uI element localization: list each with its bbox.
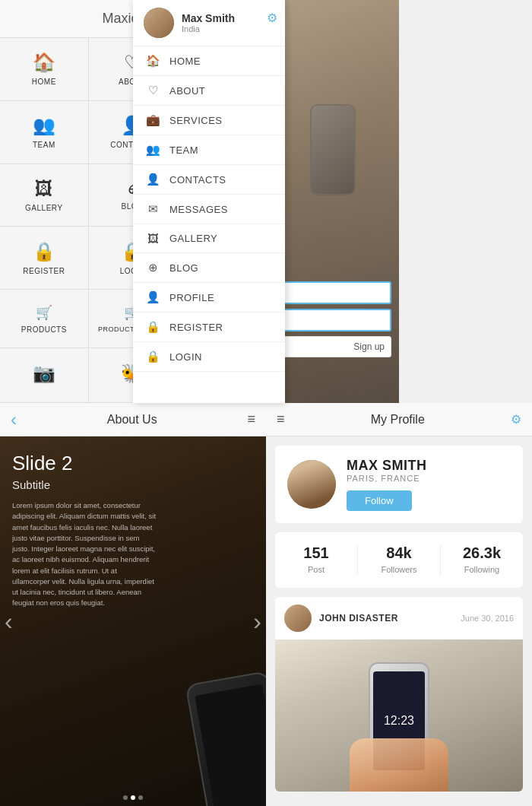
dropdown-team-label: TEAM: [169, 144, 198, 156]
about-panel: ‹ About Us ≡ Slide 2 Subtitle Lorem ipsu…: [0, 403, 266, 806]
stat-followers-value: 84k: [358, 544, 440, 562]
right-image-panel: Sign up: [266, 0, 399, 403]
grid-item-cam[interactable]: 📷: [0, 348, 89, 403]
top-section: Maxiosian 👤 🏠 HOME ♡ ABOUT 💼 SERVICES 👥 …: [0, 0, 532, 403]
dropdown-item-about[interactable]: ♡ ABOUT: [133, 76, 285, 106]
post-card: JOHN DISASTER June 30, 2016 12:23: [275, 597, 523, 792]
grid-item-home[interactable]: 🏠 HOME: [0, 38, 89, 101]
dropdown-register-icon: 🔒: [145, 320, 160, 334]
dropdown-item-home[interactable]: 🏠 HOME: [133, 46, 285, 76]
form-input-1[interactable]: [274, 281, 391, 304]
stat-following-label: Following: [464, 565, 499, 574]
dropdown-services-label: SERVICES: [169, 115, 223, 126]
dropdown-item-services[interactable]: 💼 SERVICES: [133, 106, 285, 135]
home-icon: 🏠: [33, 52, 55, 73]
back-button[interactable]: ‹: [11, 409, 17, 430]
dropdown-blog-label: BLOG: [169, 262, 198, 274]
dot-1: [123, 795, 128, 800]
slide-content: Slide 2 Subtitle Lorem ipsum dolor sit a…: [12, 452, 254, 609]
dropdown-home-label: HOME: [169, 56, 201, 67]
stat-followers-label: Followers: [381, 565, 416, 574]
dropdown-location: India: [182, 24, 235, 33]
gallery-label: GALLERY: [25, 204, 62, 212]
dropdown-about-label: ABOUT: [169, 85, 205, 97]
follow-button[interactable]: Follow: [347, 490, 412, 511]
post-header: JOHN DISASTER June 30, 2016: [275, 597, 523, 639]
products-label: PRODUCTS: [21, 325, 67, 334]
form-input-2[interactable]: [274, 309, 391, 332]
profile-location: PARIS, FRANCE: [347, 474, 511, 483]
stat-followers: 84k Followers: [358, 544, 441, 576]
slide-prev-button[interactable]: ‹: [5, 608, 13, 636]
profile-menu-icon[interactable]: ≡: [277, 411, 285, 427]
dropdown-item-team[interactable]: 👥 TEAM: [133, 135, 285, 165]
dropdown-blog-icon: ⊕: [145, 261, 160, 274]
profile-name: MAX SMITH: [347, 458, 511, 474]
dropdown-username: Max Smith: [182, 12, 235, 24]
cam-icon: 📷: [33, 363, 55, 384]
dropdown-about-icon: ♡: [145, 84, 160, 97]
team-label: TEAM: [33, 141, 55, 149]
dropdown-contacts-icon: 👤: [145, 173, 160, 186]
post-avatar: [284, 604, 312, 632]
grid-item-gallery[interactable]: 🖼 GALLERY: [0, 164, 89, 227]
grid-item-team[interactable]: 👥 TEAM: [0, 101, 89, 164]
dot-2[interactable]: [131, 795, 135, 800]
dropdown-gallery-icon: 🖼: [145, 232, 160, 245]
register-label: REGISTER: [23, 267, 65, 275]
dropdown-item-profile[interactable]: 👤 PROFILE: [133, 283, 285, 313]
dropdown-services-icon: 💼: [145, 113, 160, 127]
profile-header: ≡ My Profile ⚙: [266, 403, 532, 436]
profile-settings-icon[interactable]: ⚙: [511, 412, 521, 427]
profile-stats: 151 Post 84k Followers 26.3k Following: [275, 532, 523, 588]
profile-title: My Profile: [371, 413, 425, 427]
products-icon: 🛒: [36, 304, 52, 321]
slide-body: Lorem ipsum dolor sit amet, consectetur …: [12, 500, 157, 609]
about-header: ‹ About Us ≡: [0, 403, 266, 436]
stat-posts-value: 151: [275, 544, 357, 562]
grid-item-register[interactable]: 🔒 REGISTER: [0, 227, 89, 290]
dropdown-settings-icon[interactable]: ⚙: [267, 11, 277, 25]
dropdown-register-label: REGISTER: [169, 322, 223, 333]
dropdown-messages-label: MESSAGES: [169, 204, 228, 215]
dropdown-item-register[interactable]: 🔒 REGISTER: [133, 313, 285, 342]
slide-title: Slide 2: [12, 452, 254, 475]
slide-dots: [123, 795, 143, 800]
stat-posts-label: Post: [308, 565, 325, 574]
dropdown-menu: Max Smith India ⚙ 🏠 HOME ♡ ABOUT 💼 SERVI…: [133, 0, 285, 403]
signup-label[interactable]: Sign up: [353, 341, 385, 352]
dropdown-profile-label: PROFILE: [169, 292, 214, 303]
post-author-info: JOHN DISASTER: [284, 604, 398, 632]
dropdown-menu-list: 🏠 HOME ♡ ABOUT 💼 SERVICES 👥 TEAM 👤 CONTA…: [133, 46, 285, 372]
dropdown-item-contacts[interactable]: 👤 CONTACTS: [133, 165, 285, 195]
dropdown-home-icon: 🏠: [145, 54, 160, 68]
profile-info: MAX SMITH PARIS, FRANCE Follow: [347, 458, 511, 511]
dropdown-item-messages[interactable]: ✉ MESSAGES: [133, 195, 285, 224]
profile-card: MAX SMITH PARIS, FRANCE Follow: [275, 446, 523, 523]
dropdown-team-icon: 👥: [145, 143, 160, 157]
stat-posts: 151 Post: [275, 544, 358, 576]
about-menu-icon[interactable]: ≡: [247, 411, 255, 427]
bottom-section: ‹ About Us ≡ Slide 2 Subtitle Lorem ipsu…: [0, 403, 532, 806]
post-author-name: JOHN DISASTER: [319, 613, 398, 624]
hand-illustration: [350, 738, 448, 792]
dropdown-messages-icon: ✉: [145, 202, 160, 216]
post-phone-time: 12:23: [384, 714, 414, 728]
stat-following: 26.3k Following: [441, 544, 523, 576]
post-date: June 30, 2016: [461, 614, 514, 623]
stat-following-value: 26.3k: [441, 544, 523, 562]
dropdown-item-blog[interactable]: ⊕ BLOG: [133, 253, 285, 283]
slide-next-button[interactable]: ›: [253, 608, 261, 636]
dropdown-item-gallery[interactable]: 🖼 GALLERY: [133, 224, 285, 253]
dropdown-user-info: Max Smith India: [182, 12, 235, 33]
dropdown-contacts-label: CONTACTS: [169, 174, 226, 186]
dropdown-gallery-label: GALLERY: [169, 233, 217, 244]
grid-item-products[interactable]: 🛒 PRODUCTS: [0, 290, 89, 348]
team-icon: 👥: [33, 115, 55, 136]
dropdown-login-label: LOGIN: [169, 351, 202, 363]
profile-avatar: [287, 460, 336, 509]
about-title: About Us: [107, 413, 157, 427]
gallery-icon: 🖼: [35, 178, 53, 199]
dropdown-item-login[interactable]: 🔒 LOGIN: [133, 342, 285, 372]
register-icon: 🔒: [33, 241, 55, 262]
